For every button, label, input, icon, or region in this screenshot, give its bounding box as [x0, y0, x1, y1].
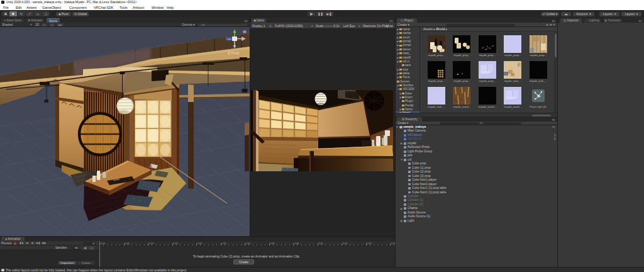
svg-text:❮ Persp: ❮ Persp — [228, 51, 240, 55]
svg-text:z: z — [229, 38, 230, 41]
